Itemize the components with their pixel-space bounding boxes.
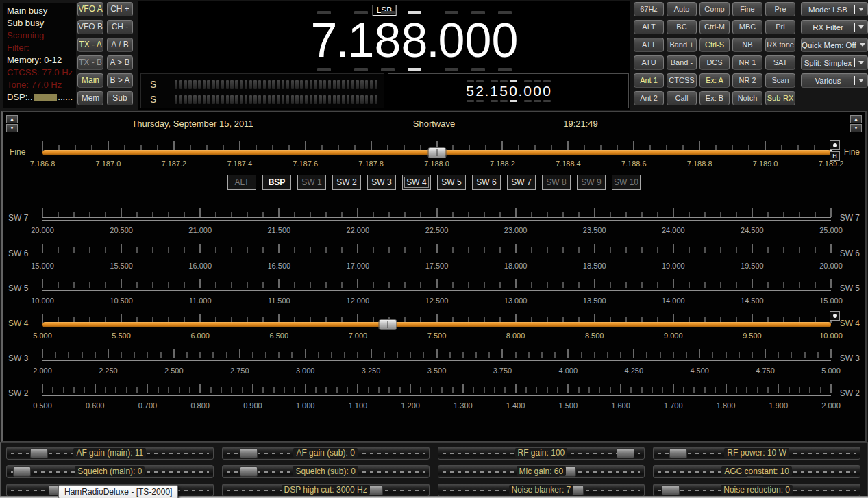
frequency-digit[interactable]: 5 xyxy=(465,80,475,102)
frequency-digit[interactable]: 7 xyxy=(311,11,338,71)
sw-3-scale[interactable]: 2.0002.2502.5002.7503.0003.2503.5003.750… xyxy=(42,343,831,378)
notch-button[interactable]: Notch xyxy=(732,91,762,105)
call-button[interactable]: Call xyxy=(667,91,697,105)
digit-step-up[interactable] xyxy=(543,80,551,82)
frequency-digit[interactable]: 0 xyxy=(465,11,492,71)
split-simplex-dropdown[interactable]: Split: Simplex xyxy=(801,55,868,70)
digit-step-down[interactable] xyxy=(381,68,395,71)
slider-track[interactable] xyxy=(42,322,831,327)
ctcss-button[interactable]: CTCSS xyxy=(667,73,697,88)
frequency-digit[interactable]: 0 xyxy=(492,11,519,71)
frequency-digit[interactable]: 1 xyxy=(489,80,499,102)
digit-step-down[interactable] xyxy=(491,100,498,102)
noise-blanker-slider[interactable]: Noise blanker: 7 xyxy=(438,484,645,497)
digit-step-up[interactable] xyxy=(467,80,474,82)
slider-track[interactable] xyxy=(42,217,831,221)
digit-step-down[interactable] xyxy=(445,68,458,71)
spin-up-button[interactable]: ▲ xyxy=(850,115,862,123)
digit-step-down[interactable] xyxy=(354,68,368,71)
band-button[interactable]: Band - xyxy=(667,55,697,70)
tx-a-button[interactable]: TX - A xyxy=(77,38,103,52)
spin-up-button[interactable]: ▲ xyxy=(6,115,18,123)
frequency-digit[interactable]: 5 xyxy=(499,80,508,102)
frequency-digit[interactable]: 8 xyxy=(375,11,401,71)
mem-button[interactable]: Mem xyxy=(77,91,103,105)
ch-button[interactable]: CH - xyxy=(107,20,133,34)
digit-step-down[interactable] xyxy=(498,68,512,71)
frequency-digit[interactable]: 1 xyxy=(348,11,375,71)
scan-button[interactable]: Scan xyxy=(765,73,795,88)
quick-mem-off-dropdown[interactable]: Quick Mem: Off xyxy=(801,38,868,52)
sub-button[interactable]: Sub xyxy=(107,91,133,105)
hold-button[interactable]: H xyxy=(830,151,840,161)
sw-9-band-button[interactable]: SW 9 xyxy=(577,175,606,190)
sub-frequency-digits[interactable]: 52.150.000 xyxy=(465,80,551,102)
frequency-digit[interactable]: 2 xyxy=(475,80,484,102)
nr-1-button[interactable]: NR 1 xyxy=(732,55,762,70)
vfo-a-button[interactable]: VFO A xyxy=(77,2,103,16)
rf-gain-slider[interactable]: RF gain: 100 xyxy=(438,447,645,460)
pri-button[interactable]: Pri xyxy=(765,20,795,34)
digit-step-down[interactable] xyxy=(476,100,484,102)
sw-2-band-button[interactable]: SW 2 xyxy=(332,175,361,190)
pre-button[interactable]: Pre xyxy=(765,2,795,16)
sw-5-scale[interactable]: 10.00010.50011.00011.50012.00012.50013.0… xyxy=(42,273,831,308)
atu-button[interactable]: ATU xyxy=(634,55,664,70)
mode-lsb-dropdown[interactable]: Mode: LSB xyxy=(801,2,868,16)
slider-thumb[interactable] xyxy=(427,147,446,158)
digit-step-up[interactable] xyxy=(524,80,532,82)
slider-track[interactable] xyxy=(42,253,831,256)
sw-7-band-button[interactable]: SW 7 xyxy=(507,175,536,190)
squelch-sub-slider[interactable]: Squelch (sub): 0 xyxy=(222,465,430,478)
noise-reduction-slider[interactable]: Noise reduction: 0 xyxy=(653,484,860,497)
bsp-band-button[interactable]: BSP xyxy=(262,175,291,190)
digit-step-up[interactable] xyxy=(500,80,508,82)
mic-gain-slider[interactable]: Mic gain: 60 xyxy=(438,465,645,478)
marker-dot-button[interactable] xyxy=(830,140,840,150)
frequency-digit[interactable]: 8 xyxy=(401,11,428,71)
marker-dot-button[interactable] xyxy=(830,311,840,321)
ex-b-button[interactable]: Ex: B xyxy=(699,91,730,105)
ctrl-m-button[interactable]: Ctrl-M xyxy=(699,20,730,34)
digit-step-down[interactable] xyxy=(510,100,517,102)
alt-band-button[interactable]: ALT xyxy=(227,175,256,190)
dsp-high-cut-slider[interactable]: DSP high cut: 3000 Hz xyxy=(222,484,430,497)
vfo-b-button[interactable]: VFO B xyxy=(77,20,103,34)
rf-power-slider[interactable]: RF power: 10 W xyxy=(653,447,860,460)
a-b-button[interactable]: A > B xyxy=(107,55,133,70)
digit-step-down[interactable] xyxy=(543,100,551,102)
mbc-button[interactable]: MBC xyxy=(732,20,762,34)
slider-track[interactable] xyxy=(42,288,831,291)
ant-1-button[interactable]: Ant 1 xyxy=(634,73,664,88)
alt-button[interactable]: ALT xyxy=(634,20,664,34)
digit-step-up[interactable] xyxy=(534,80,541,82)
sw-4-band-button[interactable]: SW 4 xyxy=(402,175,431,190)
main-button[interactable]: Main xyxy=(77,73,103,88)
sw-6-scale[interactable]: 15.00015.50016.00016.50017.00017.50018.0… xyxy=(42,238,831,273)
nb-button[interactable]: NB xyxy=(732,38,762,52)
band-button[interactable]: Band + xyxy=(667,38,697,52)
rx-tone-button[interactable]: RX tone xyxy=(765,38,795,52)
spin-down-button[interactable]: ▼ xyxy=(850,124,862,132)
67hz-button[interactable]: 67Hz xyxy=(634,2,664,16)
rx-filter-dropdown[interactable]: RX Filter xyxy=(801,20,868,34)
b-a-button[interactable]: B > A xyxy=(107,73,133,88)
digit-step-down[interactable] xyxy=(467,100,474,102)
sw-7-scale[interactable]: 20.00020.50021.00021.50022.00022.50023.0… xyxy=(42,203,831,238)
squelch-main-slider[interactable]: Squelch (main): 0 xyxy=(6,465,214,478)
digit-step-down[interactable] xyxy=(408,68,421,71)
a-b-button[interactable]: A / B xyxy=(107,38,133,52)
sw-3-band-button[interactable]: SW 3 xyxy=(367,175,396,190)
att-button[interactable]: ATT xyxy=(634,38,664,52)
digit-step-up[interactable] xyxy=(476,80,484,82)
spin-down-button[interactable]: ▼ xyxy=(6,124,18,132)
slider-track[interactable] xyxy=(42,393,831,396)
ant-2-button[interactable]: Ant 2 xyxy=(634,91,664,105)
slider-track[interactable] xyxy=(42,358,831,361)
frequency-digit[interactable]: 0 xyxy=(542,80,551,102)
digit-step-down[interactable] xyxy=(317,68,331,71)
various-dropdown[interactable]: Various xyxy=(801,73,868,88)
digit-step-down[interactable] xyxy=(471,68,485,71)
af-gain-main-slider[interactable]: AF gain (main): 11 xyxy=(6,447,214,460)
slider-thumb[interactable] xyxy=(378,319,397,330)
